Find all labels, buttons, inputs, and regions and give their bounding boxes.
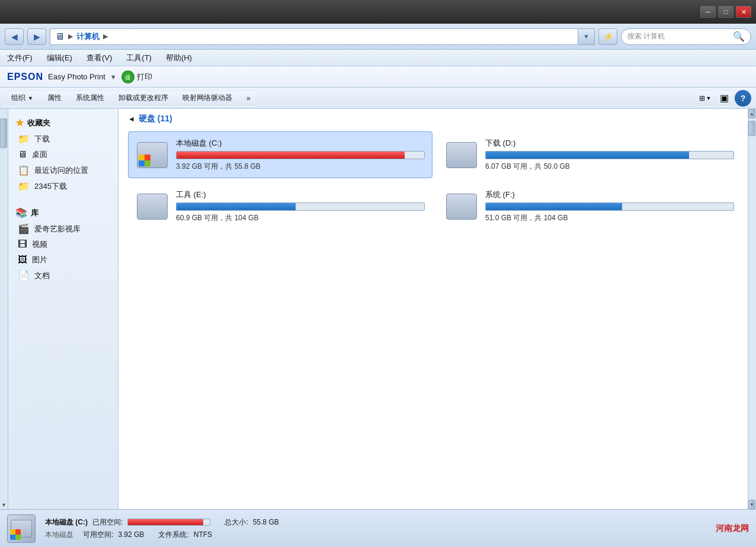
drive-item-3[interactable]: 系统 (F:)51.0 GB 可用，共 104 GB <box>437 183 742 230</box>
view-options-arrow: ▼ <box>706 95 712 101</box>
more-button[interactable]: » <box>240 90 257 107</box>
drive-bar-bg-3 <box>485 202 734 211</box>
recent-label: 最近访问的位置 <box>34 165 88 176</box>
close-button[interactable]: ✕ <box>736 6 751 18</box>
drive-name-1: 下载 (D:) <box>485 138 734 149</box>
path-separator2: ▶ <box>103 33 108 40</box>
menu-file[interactable]: 文件(F) <box>5 52 35 65</box>
menu-view[interactable]: 查看(V) <box>84 52 114 65</box>
maximize-button[interactable]: □ <box>718 6 733 18</box>
epson-dropdown-icon[interactable]: ▼ <box>110 73 117 81</box>
status-fs-value: NTFS <box>194 530 212 539</box>
pictures-label: 图片 <box>32 255 47 265</box>
sidebar-item-iqiyi[interactable]: 🎬 爱奇艺影视库 <box>11 221 118 237</box>
path-dropdown-button[interactable]: ▼ <box>578 28 595 45</box>
drive-info-2: 工具 (E:)60.9 GB 可用，共 104 GB <box>176 189 425 223</box>
address-bar: ◀ ▶ 🖥 ▶ 计算机 ▶ ▼ ⚡ 搜索 计算机 🔍 <box>0 24 756 50</box>
drive-name-3: 系统 (F:) <box>485 189 734 200</box>
status-row-1: 本地磁盘 (C:) 已用空间: 总大小: 55.8 GB <box>45 517 706 527</box>
uninstall-button[interactable]: 卸载或更改程序 <box>112 90 175 107</box>
sidebar: ★ 收藏夹 📁 下载 🖥 桌面 📋 最近访问的位置 📁 2345下载 <box>0 109 118 509</box>
desktop-label: 桌面 <box>32 149 47 160</box>
drive-size-0: 3.92 GB 可用，共 55.8 GB <box>176 162 425 172</box>
drive-bar-fill-0 <box>177 152 405 159</box>
drive-bar-bg-0 <box>176 151 425 159</box>
video-icon: 🎞 <box>18 239 27 250</box>
drive-icon-2 <box>136 191 169 222</box>
windows-logo-0 <box>139 155 150 166</box>
menu-tools[interactable]: 工具(T) <box>124 52 154 65</box>
status-total-value: 55.8 GB <box>253 518 279 526</box>
sidebar-item-docs[interactable]: 📄 文档 <box>11 268 118 284</box>
drive-icon-3 <box>445 191 478 222</box>
path-label: 计算机 <box>76 31 100 42</box>
downloads-label: 下载 <box>34 134 50 144</box>
henan-brand: 河南龙网 <box>716 523 749 534</box>
menu-help[interactable]: 帮助(H) <box>164 52 194 65</box>
favorites-header: ★ 收藏夹 <box>11 114 118 131</box>
back-button[interactable]: ◀ <box>5 28 24 45</box>
status-drive-icon <box>7 514 36 543</box>
section-header: ◄ 硬盘 (11) <box>128 114 742 124</box>
layout-button[interactable]: ▣ <box>716 90 732 107</box>
print-button[interactable]: 🖨 打印 <box>121 70 152 83</box>
sidebar-item-desktop[interactable]: 🖥 桌面 <box>11 147 118 162</box>
drive-item-0[interactable]: 本地磁盘 (C:)3.92 GB 可用，共 55.8 GB <box>128 131 433 178</box>
status-free-label: 可用空间: <box>83 530 113 540</box>
title-bar: ─ □ ✕ <box>0 0 756 24</box>
minimize-button[interactable]: ─ <box>700 6 716 18</box>
section-title: 硬盘 (11) <box>139 114 172 124</box>
desktop-icon: 🖥 <box>18 149 27 160</box>
hdd-icon-3 <box>446 194 477 220</box>
sidebar-item-extra[interactable]: 📁 2345下载 <box>11 178 118 194</box>
drive-bar-fill-2 <box>177 203 296 210</box>
system-props-button[interactable]: 系统属性 <box>69 90 111 107</box>
epson-logo: EPSON <box>7 72 43 82</box>
address-path[interactable]: 🖥 ▶ 计算机 ▶ <box>50 28 578 45</box>
drive-bar-bg-1 <box>485 151 734 159</box>
drive-bar-bg-2 <box>176 202 425 211</box>
status-drive-sub: 本地磁盘 <box>45 530 73 540</box>
help-button[interactable]: ? <box>735 90 751 107</box>
drive-item-1[interactable]: 下载 (D:)6.07 GB 可用，共 50.0 GB <box>437 131 742 178</box>
drive-size-3: 51.0 GB 可用，共 104 GB <box>485 213 734 223</box>
sidebar-item-recent[interactable]: 📋 最近访问的位置 <box>11 162 118 178</box>
sidebar-item-video[interactable]: 🎞 视频 <box>11 237 118 252</box>
status-bar-mini <box>127 519 210 526</box>
video-label: 视频 <box>32 239 47 250</box>
status-bar-mini-fill <box>128 519 203 525</box>
organize-button[interactable]: 组织 ▼ <box>5 90 40 107</box>
organize-arrow-icon: ▼ <box>28 95 33 101</box>
search-icon[interactable]: 🔍 <box>733 31 745 42</box>
drive-name-0: 本地磁盘 (C:) <box>176 138 425 149</box>
status-free-value: 3.92 GB <box>118 530 144 539</box>
forward-button[interactable]: ▶ <box>27 28 46 45</box>
status-bar: 本地磁盘 (C:) 已用空间: 总大小: 55.8 GB 本地磁盘 可用空间: … <box>0 509 756 547</box>
drive-info-3: 系统 (F:)51.0 GB 可用，共 104 GB <box>485 189 734 223</box>
drive-item-2[interactable]: 工具 (E:)60.9 GB 可用，共 104 GB <box>128 183 433 230</box>
docs-icon: 📄 <box>18 270 30 281</box>
map-drive-button[interactable]: 映射网络驱动器 <box>176 90 239 107</box>
refresh-button[interactable]: ⚡ <box>598 28 617 45</box>
library-label: 库 <box>31 208 39 218</box>
drive-name-2: 工具 (E:) <box>176 189 425 200</box>
extra-folder-label: 2345下载 <box>34 181 67 192</box>
view-options-icon: ⊞ <box>699 94 705 102</box>
view-options-button[interactable]: ⊞ ▼ <box>697 90 713 107</box>
status-row-2: 本地磁盘 可用空间: 3.92 GB 文件系统: NTFS <box>45 530 706 540</box>
status-drive-label: 本地磁盘 (C:) <box>45 517 88 527</box>
print-icon: 🖨 <box>121 70 134 83</box>
sidebar-item-pictures[interactable]: 🖼 图片 <box>11 252 118 268</box>
search-box[interactable]: 搜索 计算机 🔍 <box>621 28 751 45</box>
sidebar-item-downloads[interactable]: 📁 下载 <box>11 131 118 147</box>
menu-edit[interactable]: 编辑(E) <box>44 52 75 65</box>
favorites-label: 收藏夹 <box>27 118 50 128</box>
properties-button[interactable]: 属性 <box>41 90 68 107</box>
docs-label: 文档 <box>34 271 50 281</box>
recent-icon: 📋 <box>18 165 30 176</box>
iqiyi-icon: 🎬 <box>18 223 30 234</box>
epson-bar: EPSON Easy Photo Print ▼ 🖨 打印 <box>0 66 756 88</box>
drive-size-1: 6.07 GB 可用，共 50.0 GB <box>485 162 734 172</box>
library-icon: 📚 <box>15 207 27 218</box>
status-info: 本地磁盘 (C:) 已用空间: 总大小: 55.8 GB 本地磁盘 可用空间: … <box>45 517 706 540</box>
